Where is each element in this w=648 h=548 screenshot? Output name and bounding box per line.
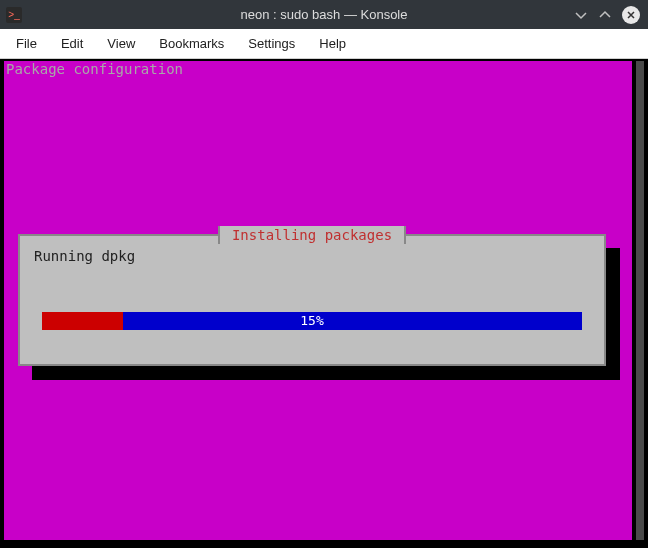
menu-file[interactable]: File [6, 32, 47, 55]
menu-view[interactable]: View [97, 32, 145, 55]
menu-edit[interactable]: Edit [51, 32, 93, 55]
progress-bar: 15% [42, 312, 582, 330]
terminal-canvas: Package configuration Installing package… [4, 61, 632, 540]
scrollbar[interactable] [636, 61, 644, 540]
progress-label: 15% [42, 312, 582, 330]
titlebar: >_ neon : sudo bash — Konsole [0, 0, 648, 29]
maximize-icon[interactable] [598, 8, 612, 22]
menu-bookmarks[interactable]: Bookmarks [149, 32, 234, 55]
terminal-icon: >_ [6, 7, 22, 23]
package-configuration-heading: Package configuration [4, 61, 632, 78]
terminal-area[interactable]: Package configuration Installing package… [0, 59, 648, 548]
window-controls [574, 6, 648, 24]
window-title: neon : sudo bash — Konsole [241, 7, 408, 22]
dialog-title: Installing packages [218, 226, 406, 244]
minimize-icon[interactable] [574, 8, 588, 22]
close-icon[interactable] [622, 6, 640, 24]
menu-help[interactable]: Help [309, 32, 356, 55]
install-dialog: Installing packages Running dpkg 15% [18, 234, 606, 366]
menubar: File Edit View Bookmarks Settings Help [0, 29, 648, 59]
menu-settings[interactable]: Settings [238, 32, 305, 55]
